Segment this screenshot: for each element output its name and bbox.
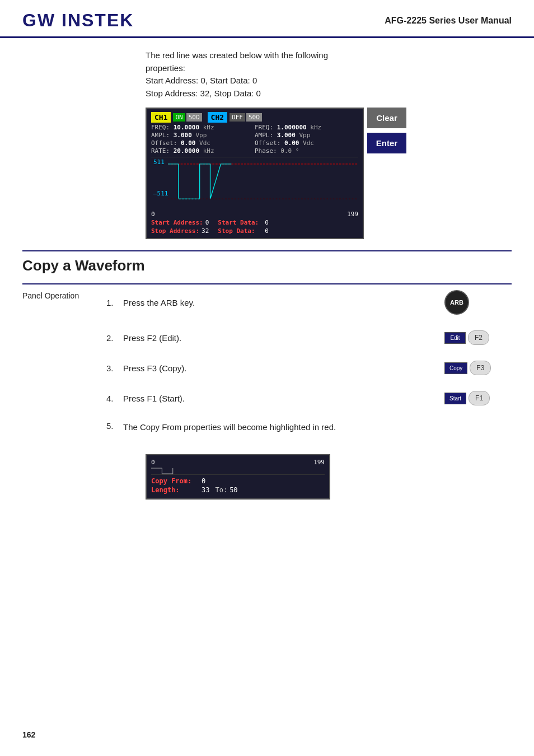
copy-length-label: Length: xyxy=(151,486,202,494)
stop-address-label: Stop Address: xyxy=(151,227,199,235)
waveform-area: 511 –511 xyxy=(151,157,358,207)
waveform-y-top: 511 xyxy=(153,158,165,166)
section-divider2 xyxy=(22,283,512,284)
ch2-freq: FREQ: 1.000000 kHz xyxy=(255,124,358,131)
step-1-icon: ARB xyxy=(444,290,512,315)
intro-line1: The red line was created below with the … xyxy=(146,50,328,60)
start-address-label: Start Address: xyxy=(151,219,203,226)
stop-data-label: Stop Data: xyxy=(218,227,263,235)
start-data-val: 0 xyxy=(265,219,269,226)
ch2-ampl: AMPL: 3.000 Vpp xyxy=(255,132,358,139)
ch1-offset: Offset: 0.00 Vdc xyxy=(151,139,255,147)
step-3-icon: Copy F3 xyxy=(444,361,512,375)
step-3-num: 3. xyxy=(106,363,118,373)
step-5-text: The Copy From properties will become hig… xyxy=(123,421,336,433)
manual-title: AFG-2225 Series User Manual xyxy=(385,16,512,26)
step-3: 3. Press F3 (Copy). Copy F3 xyxy=(106,361,512,375)
device-screen: CH1 ON 50Ω CH2 OFF 50Ω FREQ: 10.0000 kHz… xyxy=(146,108,364,239)
step-2-icon: Edit F2 xyxy=(444,330,512,345)
ch2-ohm-badge: 50Ω xyxy=(246,113,262,122)
ch1-rate: RATE: 20.0000 kHz xyxy=(151,147,255,155)
rate-phase-row: RATE: 20.0000 kHz Phase: 0.0 ° xyxy=(151,147,358,155)
copy-from-label: Copy From: xyxy=(151,477,202,485)
arb-key[interactable]: ARB xyxy=(444,290,469,315)
offset-row: Offset: 0.00 Vdc Offset: 0.00 Vdc xyxy=(151,139,358,147)
step-4-icon: Start F1 xyxy=(444,391,512,405)
step-2-text: Press F2 (Edit). xyxy=(123,332,439,344)
copy-screen: 0 199 Copy From: 0 Length: 33 To: 50 xyxy=(146,454,330,500)
ch2-off-badge: OFF xyxy=(229,113,245,122)
copy-fn-key[interactable]: Copy xyxy=(444,362,467,374)
section-divider xyxy=(22,250,512,251)
logo: GW INSTEK xyxy=(22,10,134,31)
ch2-offset: Offset: 0.00 Vdc xyxy=(255,139,358,147)
enter-button[interactable]: Enter xyxy=(367,133,406,153)
step-1-num: 1. xyxy=(106,298,118,307)
step-5: 5. The Copy From properties will become … xyxy=(106,421,512,433)
side-buttons: Clear Enter xyxy=(367,108,406,153)
step-4-text: Press F1 (Start). xyxy=(123,393,439,404)
steps-list: 1. Press the ARB key. ARB 2. Press F2 (E… xyxy=(106,290,512,449)
step-1: 1. Press the ARB key. ARB xyxy=(106,290,512,315)
stop-data-val: 0 xyxy=(265,227,269,235)
ch2-badge: CH2 xyxy=(208,112,227,123)
ch1-ohm-badge: 50Ω xyxy=(186,113,202,122)
stop-address-row: Stop Address: 32 Stop Data: 0 xyxy=(151,227,358,235)
f1-key[interactable]: F1 xyxy=(469,391,490,405)
panel-operation-label: Panel Operation xyxy=(22,290,95,449)
ampl-row: AMPL: 3.000 Vpp AMPL: 3.000 Vpp xyxy=(151,132,358,139)
ch1-freq: FREQ: 10.0000 kHz xyxy=(151,124,255,131)
screen-top-row: CH1 ON 50Ω CH2 OFF 50Ω xyxy=(151,112,358,123)
step-4-num: 4. xyxy=(106,394,118,403)
edit-fn-key[interactable]: Edit xyxy=(444,332,466,344)
clear-button[interactable]: Clear xyxy=(367,108,406,128)
f3-key[interactable]: F3 xyxy=(470,361,491,375)
intro-text: The red line was created below with the … xyxy=(146,49,512,100)
start-address-val: 0 xyxy=(205,219,209,226)
step-2-num: 2. xyxy=(106,333,118,343)
stop-address-val: 32 xyxy=(202,227,209,235)
steps-container: Panel Operation 1. Press the ARB key. AR… xyxy=(22,290,512,449)
intro-line2: properties: xyxy=(146,63,185,73)
step-2: 2. Press F2 (Edit). Edit F2 xyxy=(106,330,512,345)
section-heading: Copy a Waveform xyxy=(22,257,512,274)
copy-from-val: 0 xyxy=(202,477,205,485)
x-left: 0 xyxy=(151,211,155,218)
f2-key[interactable]: F2 xyxy=(468,330,489,345)
screen-bottom: 0 199 xyxy=(151,209,358,218)
copy-screen-top: 0 199 xyxy=(151,459,325,466)
intro-line4: Stop Address: 32, Stop Data: 0 xyxy=(146,88,261,98)
header: GW INSTEK AFG-2225 Series User Manual xyxy=(0,0,534,38)
waveform-svg xyxy=(168,157,358,207)
copy-length-val: 33 xyxy=(202,486,209,494)
device-screen-wrapper: CH1 ON 50Ω CH2 OFF 50Ω FREQ: 10.0000 kHz… xyxy=(146,108,512,239)
freq-row: FREQ: 10.0000 kHz FREQ: 1.000000 kHz xyxy=(151,124,358,131)
step-3-text: Press F3 (Copy). xyxy=(123,362,439,374)
step-4: 4. Press F1 (Start). Start F1 xyxy=(106,391,512,405)
page-number: 162 xyxy=(22,730,35,739)
copy-x-right: 199 xyxy=(313,459,325,466)
copy-to-val: 50 xyxy=(229,486,237,494)
copy-length-row: Length: 33 To: 50 xyxy=(151,486,325,494)
step-1-text: Press the ARB key. xyxy=(123,297,439,309)
ch1-on-badge: ON xyxy=(173,113,185,122)
content: The red line was created below with the … xyxy=(0,38,534,511)
copy-from-row: Copy From: 0 xyxy=(151,477,325,485)
copy-x-left: 0 xyxy=(151,459,155,466)
start-fn-key[interactable]: Start xyxy=(444,393,466,404)
copy-to-label: To: xyxy=(215,486,227,494)
ch2-phase: Phase: 0.0 ° xyxy=(255,147,358,155)
ch1-badge: CH1 xyxy=(151,112,171,123)
ch1-ampl: AMPL: 3.000 Vpp xyxy=(151,132,255,139)
intro-line3: Start Address: 0, Start Data: 0 xyxy=(146,76,257,85)
start-data-label: Start Data: xyxy=(218,219,263,226)
start-address-row: Start Address: 0 Start Data: 0 xyxy=(151,219,358,226)
x-right: 199 xyxy=(347,211,358,218)
waveform-y-bot: –511 xyxy=(153,190,168,197)
step-5-num: 5. xyxy=(106,421,118,433)
